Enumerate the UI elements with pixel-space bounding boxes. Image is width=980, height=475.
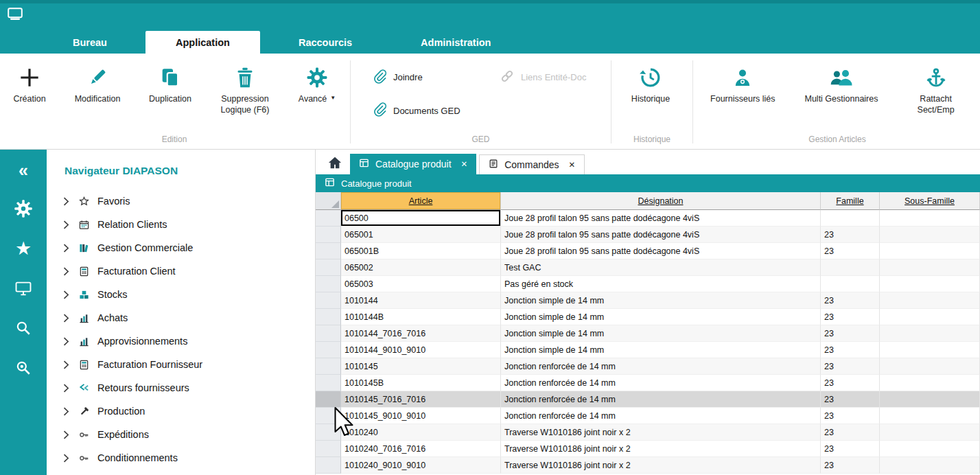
expand-chevron-icon[interactable] <box>63 384 70 393</box>
cell-designation[interactable]: Jonction simple de 14 mm <box>501 325 821 342</box>
sidebar-item-approvisionnements[interactable]: Approvisionnements <box>63 329 315 353</box>
sidebar-item-relation-clients[interactable]: Relation Clients <box>63 213 315 236</box>
sidebar-item-favoris[interactable]: Favoris <box>63 189 315 213</box>
cell-designation[interactable]: Jonction renforcée de 14 mm <box>501 408 821 424</box>
row-selector[interactable] <box>316 391 341 408</box>
table-row[interactable]: 065002Test GAC <box>316 259 980 276</box>
cell-designation[interactable]: Pas géré en stock <box>501 276 821 292</box>
expand-chevron-icon[interactable] <box>63 337 70 346</box>
sidebar-item-retours-fournisseurs[interactable]: Retours fournisseurs <box>63 376 315 399</box>
row-selector[interactable] <box>316 325 341 342</box>
avance-button[interactable]: Avancé ▼ <box>285 59 349 104</box>
cell-article[interactable]: 1010145B <box>341 375 501 391</box>
table-row[interactable]: 1010144Jonction simple de 14 mm23 <box>316 292 980 309</box>
cell-sous-famille[interactable] <box>880 325 980 342</box>
cell-famille[interactable]: 23 <box>821 342 880 358</box>
cell-sous-famille[interactable] <box>880 292 980 309</box>
table-row[interactable]: 065001Joue 28 profil talon 95 sans patte… <box>316 227 980 243</box>
suppression-logique-button[interactable]: Suppression Logique (F6) <box>205 59 285 116</box>
cell-article[interactable]: 065001 <box>341 227 501 243</box>
cell-designation[interactable]: Test GAC <box>501 259 821 276</box>
cell-famille[interactable]: 23 <box>821 375 880 391</box>
cell-article[interactable]: 1010144_7016_7016 <box>341 325 501 342</box>
cell-famille[interactable]: 23 <box>821 309 880 325</box>
cell-designation[interactable]: Jonction simple de 14 mm <box>501 342 821 358</box>
tab-catalogue-produit[interactable]: Catalogue produit ✕ <box>350 154 476 174</box>
cell-sous-famille[interactable] <box>880 441 980 457</box>
expand-chevron-icon[interactable] <box>63 244 70 253</box>
collapse-sidebar-button[interactable]: « <box>10 159 37 181</box>
cell-designation[interactable]: Jonction renforcée de 14 mm <box>501 358 821 375</box>
cell-article[interactable]: 1010240_9010_9010 <box>341 457 501 474</box>
expand-chevron-icon[interactable] <box>63 290 70 299</box>
table-row[interactable]: 1010145_7016_7016Jonction renforcée de 1… <box>316 391 980 408</box>
expand-chevron-icon[interactable] <box>63 267 70 276</box>
expand-chevron-icon[interactable] <box>63 430 70 439</box>
search-icon[interactable] <box>10 314 37 342</box>
row-selector[interactable] <box>316 276 341 292</box>
sidebar-item-conditionnements[interactable]: Conditionnements <box>63 446 315 470</box>
row-selector[interactable] <box>316 358 341 375</box>
row-selector[interactable] <box>316 457 341 474</box>
cell-article[interactable]: 065002 <box>341 259 501 276</box>
cell-sous-famille[interactable] <box>880 227 980 243</box>
table-row[interactable]: 1010240Traverse W1010186 joint noir x 22… <box>316 424 980 441</box>
cell-designation[interactable]: Traverse W1010186 joint noir x 2 <box>501 441 821 457</box>
cell-sous-famille[interactable] <box>880 375 980 391</box>
column-header-article[interactable]: Article <box>341 192 501 210</box>
duplication-button[interactable]: Duplication <box>136 59 205 104</box>
cell-sous-famille[interactable] <box>880 457 980 474</box>
table-row[interactable]: 065003Pas géré en stock <box>316 276 980 292</box>
table-row[interactable]: 1010144BJonction simple de 14 mm23 <box>316 309 980 325</box>
row-selector[interactable] <box>316 227 341 243</box>
cell-designation[interactable]: Traverse W1010186 joint noir x 2 <box>501 424 821 441</box>
cell-sous-famille[interactable] <box>880 309 980 325</box>
sidebar-item-facturation-client[interactable]: Facturation Client <box>63 259 315 283</box>
cell-famille[interactable]: 23 <box>821 227 880 243</box>
table-row[interactable]: 06500Joue 28 profil talon 95 sans patte … <box>316 210 980 227</box>
sidebar-item-stocks[interactable]: Stocks <box>63 283 315 306</box>
cell-article[interactable]: 1010144B <box>341 309 501 325</box>
sidebar-item-facturation-fournisseur[interactable]: Facturation Fournisseur <box>63 353 315 376</box>
cell-famille[interactable]: 23 <box>821 358 880 375</box>
cell-famille[interactable] <box>821 259 880 276</box>
cell-famille[interactable]: 23 <box>821 408 880 424</box>
table-row[interactable]: 065001BJoue 28 profil talon 95 sans patt… <box>316 243 980 259</box>
cell-sous-famille[interactable] <box>880 342 980 358</box>
ribbon-tab-application[interactable]: Application <box>145 31 260 54</box>
sidebar-item-expeditions[interactable]: Expéditions <box>63 423 315 446</box>
cell-famille[interactable]: 23 <box>821 457 880 474</box>
multi-gestionnaires-button[interactable]: Multi Gestionnaires <box>797 59 885 104</box>
cell-sous-famille[interactable] <box>880 210 980 227</box>
cell-designation[interactable]: Joue 28 profil talon 95 sans patte dodéc… <box>501 227 821 243</box>
row-selector[interactable] <box>316 424 341 441</box>
cell-sous-famille[interactable] <box>880 424 980 441</box>
cell-designation[interactable]: Jonction renforcée de 14 mm <box>501 375 821 391</box>
app-icon[interactable] <box>6 5 24 22</box>
select-all-corner[interactable] <box>316 192 341 210</box>
advanced-search-icon[interactable] <box>10 354 37 382</box>
chevron-down-icon[interactable]: ▼ <box>330 95 336 102</box>
home-tab-button[interactable] <box>323 154 347 174</box>
cell-article[interactable]: 06500 <box>341 210 501 227</box>
monitor-icon[interactable] <box>10 275 37 302</box>
tab-commandes[interactable]: Commandes ✕ <box>479 154 585 174</box>
cell-article[interactable]: 1010145_9010_9010 <box>341 408 501 424</box>
fournisseurs-lies-button[interactable]: Fournisseurs liés <box>701 59 784 104</box>
cell-article[interactable]: 1010144 <box>341 292 501 309</box>
row-selector[interactable] <box>316 259 341 276</box>
cell-designation[interactable]: Jonction simple de 14 mm <box>501 309 821 325</box>
cell-article[interactable]: 1010145_7016_7016 <box>341 391 501 408</box>
row-selector[interactable] <box>316 375 341 391</box>
column-header-designation[interactable]: Désignation <box>501 192 821 210</box>
row-selector[interactable] <box>316 441 341 457</box>
historique-button[interactable]: Historique <box>613 59 688 104</box>
cell-designation[interactable]: Traverse W1010186 joint noir x 2 <box>501 457 821 474</box>
ribbon-tab-administration[interactable]: Administration <box>390 31 521 54</box>
sidebar-item-achats[interactable]: Achats <box>63 306 315 329</box>
cell-article[interactable]: 1010144_9010_9010 <box>341 342 501 358</box>
cell-designation[interactable]: Joue 28 profil talon 95 sans patte dodéc… <box>501 210 821 227</box>
close-tab-icon[interactable]: ✕ <box>461 159 468 169</box>
cell-designation[interactable]: Jonction simple de 14 mm <box>501 292 821 309</box>
gear-icon[interactable] <box>10 195 37 222</box>
